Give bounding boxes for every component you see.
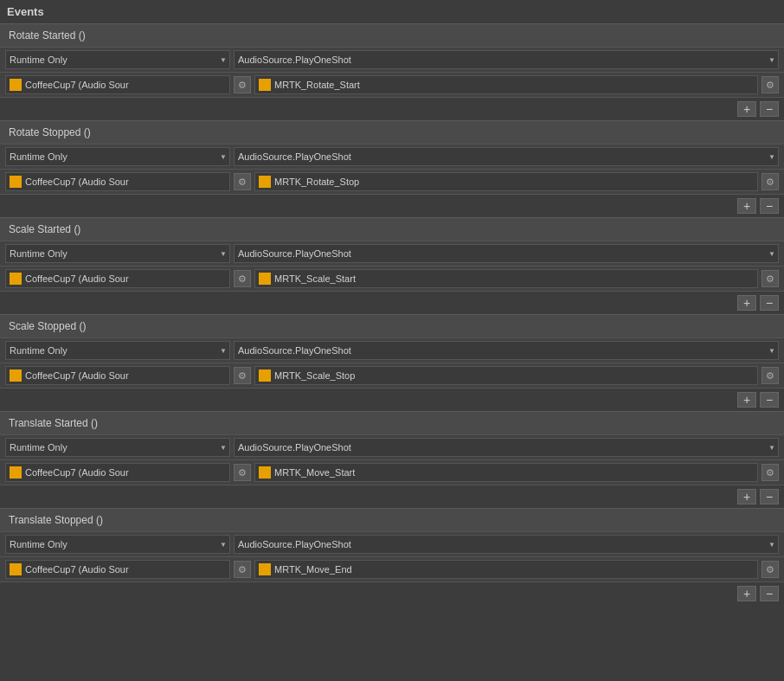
settings-btn-right-translate-stopped[interactable]: ⚙ (762, 561, 779, 578)
object-label-left-scale-started: CoffeeCup7 (Audio Sour (25, 273, 226, 284)
events-container: Rotate Started ()Runtime OnlyEditor and … (0, 23, 784, 681)
object-icon-right-rotate-stopped (259, 176, 271, 188)
left-dropdown-rotate-started[interactable]: Runtime OnlyEditor and Runtime (5, 50, 230, 69)
settings-btn-left-scale-stopped[interactable]: ⚙ (234, 367, 251, 384)
add-btn-translate-started[interactable]: + (737, 489, 756, 504)
action-row-scale-started: +− (0, 291, 784, 314)
right-object-field-translate-started: MRTK_Move_Start (254, 463, 758, 482)
object-row-rotate-started: CoffeeCup7 (Audio Sour⚙MRTK_Rotate_Start… (0, 72, 784, 97)
right-object-field-translate-stopped: MRTK_Move_End (254, 560, 758, 579)
left-dropdown-rotate-stopped[interactable]: Runtime OnlyEditor and Runtime (5, 147, 230, 166)
events-panel: Events Rotate Started ()Runtime OnlyEdit… (0, 0, 784, 681)
left-dropdown-wrapper-rotate-stopped: Runtime OnlyEditor and Runtime (5, 147, 230, 166)
right-object-field-rotate-stopped: MRTK_Rotate_Stop (254, 172, 758, 191)
remove-btn-rotate-started[interactable]: − (760, 101, 779, 117)
left-dropdown-wrapper-translate-started: Runtime OnlyEditor and Runtime (5, 438, 230, 457)
remove-btn-scale-started[interactable]: − (760, 295, 779, 311)
object-label-right-translate-started: MRTK_Move_Start (274, 467, 754, 478)
right-dropdown-translate-stopped[interactable]: AudioSource.PlayOneShot (234, 535, 779, 554)
object-label-left-translate-started: CoffeeCup7 (Audio Sour (25, 467, 226, 478)
add-btn-translate-stopped[interactable]: + (737, 586, 756, 601)
settings-btn-left-rotate-started[interactable]: ⚙ (234, 76, 251, 93)
add-btn-scale-stopped[interactable]: + (737, 392, 756, 408)
event-header-translate-started: Translate Started () (0, 411, 784, 434)
action-row-rotate-stopped: +− (0, 194, 784, 217)
left-dropdown-wrapper-rotate-started: Runtime OnlyEditor and Runtime (5, 50, 230, 69)
right-dropdown-wrapper-rotate-started: AudioSource.PlayOneShot (234, 50, 779, 69)
object-row-translate-stopped: CoffeeCup7 (Audio Sour⚙MRTK_Move_End⚙ (0, 556, 784, 581)
dropdown-row-scale-started: Runtime OnlyEditor and RuntimeAudioSourc… (0, 241, 784, 266)
settings-btn-right-scale-started[interactable]: ⚙ (762, 270, 779, 287)
object-icon-right-scale-started (259, 273, 271, 285)
right-dropdown-wrapper-translate-started: AudioSource.PlayOneShot (234, 438, 779, 457)
left-object-field-rotate-started: CoffeeCup7 (Audio Sour (5, 75, 230, 94)
settings-btn-right-rotate-stopped[interactable]: ⚙ (762, 173, 779, 190)
left-dropdown-scale-started[interactable]: Runtime OnlyEditor and Runtime (5, 244, 230, 263)
right-dropdown-scale-started[interactable]: AudioSource.PlayOneShot (234, 244, 779, 263)
left-dropdown-translate-stopped[interactable]: Runtime OnlyEditor and Runtime (5, 535, 230, 554)
event-header-scale-started: Scale Started () (0, 217, 784, 241)
object-icon-right-translate-stopped (259, 563, 271, 575)
object-icon-left-rotate-started (10, 79, 22, 91)
object-label-right-rotate-stopped: MRTK_Rotate_Stop (274, 177, 754, 187)
right-dropdown-wrapper-scale-stopped: AudioSource.PlayOneShot (234, 341, 779, 360)
event-header-scale-stopped: Scale Stopped () (0, 314, 784, 337)
left-dropdown-translate-started[interactable]: Runtime OnlyEditor and Runtime (5, 438, 230, 457)
left-dropdown-wrapper-scale-stopped: Runtime OnlyEditor and Runtime (5, 341, 230, 360)
left-dropdown-scale-stopped[interactable]: Runtime OnlyEditor and Runtime (5, 341, 230, 360)
object-label-right-scale-stopped: MRTK_Scale_Stop (274, 370, 754, 381)
add-btn-rotate-started[interactable]: + (737, 101, 756, 117)
object-icon-left-rotate-stopped (10, 176, 22, 188)
remove-btn-translate-stopped[interactable]: − (760, 586, 779, 601)
remove-btn-translate-started[interactable]: − (760, 489, 779, 504)
right-object-field-rotate-started: MRTK_Rotate_Start (254, 75, 758, 94)
object-icon-right-scale-stopped (259, 369, 271, 382)
left-object-field-scale-started: CoffeeCup7 (Audio Sour (5, 269, 230, 288)
event-group-translate-stopped: Translate Stopped ()Runtime OnlyEditor a… (0, 508, 784, 605)
left-object-field-translate-stopped: CoffeeCup7 (Audio Sour (5, 560, 230, 579)
settings-btn-left-translate-started[interactable]: ⚙ (234, 464, 251, 481)
object-icon-left-translate-started (10, 466, 22, 479)
settings-btn-left-scale-started[interactable]: ⚙ (234, 270, 251, 287)
object-icon-right-translate-started (259, 466, 271, 479)
object-label-right-translate-stopped: MRTK_Move_End (274, 564, 754, 575)
right-object-field-scale-started: MRTK_Scale_Start (254, 269, 758, 288)
object-icon-left-translate-stopped (10, 563, 22, 575)
object-row-scale-stopped: CoffeeCup7 (Audio Sour⚙MRTK_Scale_Stop⚙ (0, 363, 784, 388)
right-dropdown-rotate-started[interactable]: AudioSource.PlayOneShot (234, 50, 779, 69)
event-group-rotate-started: Rotate Started ()Runtime OnlyEditor and … (0, 23, 784, 120)
dropdown-row-translate-started: Runtime OnlyEditor and RuntimeAudioSourc… (0, 434, 784, 459)
event-group-translate-started: Translate Started ()Runtime OnlyEditor a… (0, 411, 784, 508)
event-header-translate-stopped: Translate Stopped () (0, 508, 784, 531)
settings-btn-left-rotate-stopped[interactable]: ⚙ (234, 173, 251, 190)
object-row-translate-started: CoffeeCup7 (Audio Sour⚙MRTK_Move_Start⚙ (0, 459, 784, 485)
object-label-left-rotate-started: CoffeeCup7 (Audio Sour (25, 80, 226, 90)
right-dropdown-rotate-stopped[interactable]: AudioSource.PlayOneShot (234, 147, 779, 166)
settings-btn-right-scale-stopped[interactable]: ⚙ (762, 367, 779, 384)
action-row-rotate-started: +− (0, 97, 784, 120)
event-group-scale-stopped: Scale Stopped ()Runtime OnlyEditor and R… (0, 314, 784, 411)
settings-btn-right-rotate-started[interactable]: ⚙ (762, 76, 779, 93)
left-object-field-scale-stopped: CoffeeCup7 (Audio Sour (5, 366, 230, 385)
dropdown-row-rotate-stopped: Runtime OnlyEditor and RuntimeAudioSourc… (0, 144, 784, 169)
right-dropdown-wrapper-translate-stopped: AudioSource.PlayOneShot (234, 535, 779, 554)
right-dropdown-translate-started[interactable]: AudioSource.PlayOneShot (234, 438, 779, 457)
left-object-field-rotate-stopped: CoffeeCup7 (Audio Sour (5, 172, 230, 191)
settings-btn-right-translate-started[interactable]: ⚙ (762, 464, 779, 481)
right-dropdown-wrapper-scale-started: AudioSource.PlayOneShot (234, 244, 779, 263)
event-header-rotate-started: Rotate Started () (0, 23, 784, 47)
remove-btn-rotate-stopped[interactable]: − (760, 198, 779, 214)
object-label-left-translate-stopped: CoffeeCup7 (Audio Sour (25, 564, 226, 575)
left-object-field-translate-started: CoffeeCup7 (Audio Sour (5, 463, 230, 482)
event-header-rotate-stopped: Rotate Stopped () (0, 120, 784, 144)
dropdown-row-translate-stopped: Runtime OnlyEditor and RuntimeAudioSourc… (0, 531, 784, 556)
add-btn-rotate-stopped[interactable]: + (737, 198, 756, 214)
right-dropdown-scale-stopped[interactable]: AudioSource.PlayOneShot (234, 341, 779, 360)
remove-btn-scale-stopped[interactable]: − (760, 392, 779, 408)
settings-btn-left-translate-stopped[interactable]: ⚙ (234, 561, 251, 578)
object-label-left-scale-stopped: CoffeeCup7 (Audio Sour (25, 370, 226, 381)
action-row-translate-stopped: +− (0, 581, 784, 605)
action-row-translate-started: +− (0, 485, 784, 508)
object-row-rotate-stopped: CoffeeCup7 (Audio Sour⚙MRTK_Rotate_Stop⚙ (0, 169, 784, 194)
add-btn-scale-started[interactable]: + (737, 295, 756, 311)
